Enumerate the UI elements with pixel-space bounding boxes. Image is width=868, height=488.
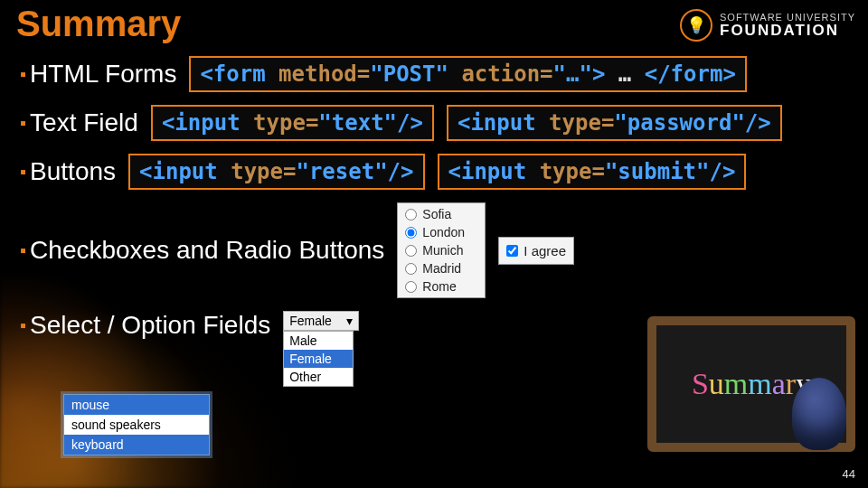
bullet-text-field: ▪Text Field — [20, 108, 138, 137]
code-input-submit: <input type="submit"/> — [438, 154, 747, 190]
chalkboard-image: Summary — [647, 316, 855, 452]
dd-opt-male[interactable]: Male — [284, 332, 353, 350]
row-text-field: ▪Text Field <input type="text"/> <input … — [20, 105, 850, 141]
code-form-tag: <form method="POST" action="…"> … </form… — [189, 56, 746, 92]
row-html-forms: ▪HTML Forms <form method="POST" action="… — [20, 56, 850, 92]
row-buttons: ▪Buttons <input type="reset"/> <input ty… — [20, 154, 850, 190]
list-opt-speakers[interactable]: sound speakers — [64, 415, 209, 435]
list-opt-mouse[interactable]: mouse — [64, 395, 209, 415]
page-number: 44 — [843, 467, 855, 481]
list-opt-keyboard[interactable]: keyboard — [64, 435, 209, 455]
radio-munich[interactable]: Munich — [405, 243, 477, 258]
bullet-checkboxes: ▪Checkboxes and Radio Buttons — [20, 236, 384, 265]
dd-opt-other[interactable]: Other — [284, 368, 353, 386]
slide-title: Summary — [16, 4, 181, 44]
dropdown-gender-demo[interactable]: Female▾ Male Female Other — [283, 311, 359, 387]
dd-opt-female[interactable]: Female — [284, 350, 353, 368]
code-input-text: <input type="text"/> — [151, 105, 434, 141]
bullet-html-forms: ▪HTML Forms — [20, 60, 176, 89]
radio-sofia[interactable]: Sofia — [405, 207, 477, 221]
code-input-password: <input type="password"/> — [447, 105, 782, 141]
lightbulb-icon: 💡 — [680, 9, 712, 42]
checkbox-iagree[interactable]: I agree — [498, 237, 574, 265]
listbox-demo[interactable]: mouse sound speakers keyboard — [63, 394, 210, 455]
row-checkboxes: ▪Checkboxes and Radio Buttons Sofia Lond… — [20, 202, 850, 298]
radio-group-demo: Sofia London Munich Madrid Rome — [397, 202, 486, 298]
chalkboard-text: Summary — [692, 367, 811, 401]
radio-rome[interactable]: Rome — [405, 279, 477, 294]
code-input-reset: <input type="reset"/> — [128, 154, 424, 190]
chevron-down-icon: ▾ — [346, 314, 353, 328]
radio-madrid[interactable]: Madrid — [405, 261, 477, 276]
mascot-icon — [792, 378, 846, 450]
logo: 💡 SOFTWARE UNIVERSITY FOUNDATION — [680, 9, 855, 42]
bullet-select: ▪Select / Option Fields — [20, 311, 270, 340]
bullet-buttons: ▪Buttons — [20, 157, 116, 186]
radio-london[interactable]: London — [405, 225, 477, 239]
logo-line2: FOUNDATION — [720, 23, 855, 38]
